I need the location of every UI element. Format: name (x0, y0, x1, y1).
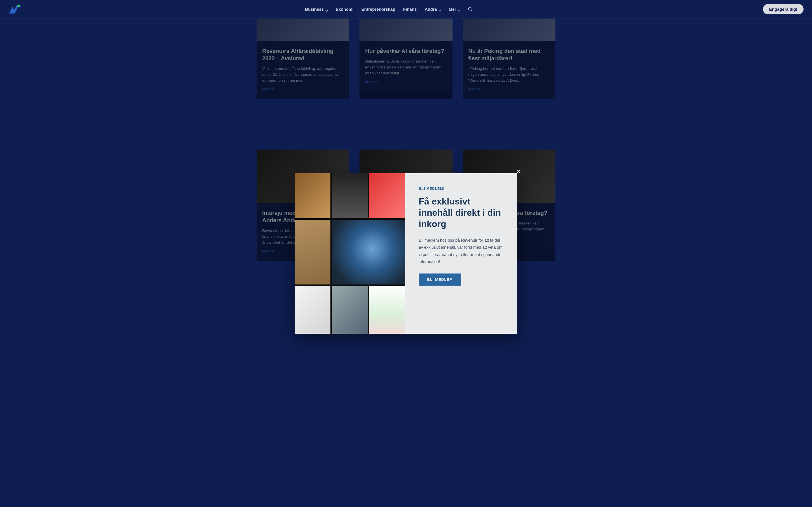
close-icon[interactable]: × (516, 168, 520, 175)
collage-tile (295, 286, 331, 334)
become-member-button[interactable]: BLI MEDLEM (419, 274, 461, 286)
modal-headline: Få exklusivt innehåll direkt i din inkor… (419, 196, 505, 230)
modal-content: BLI MEDLEM! Få exklusivt innehåll direkt… (405, 173, 517, 334)
collage-tile (332, 173, 368, 218)
collage-tile (369, 286, 405, 334)
membership-modal: × BLI MEDLEM! Få exklusivt innehåll dire… (295, 173, 517, 334)
modal-body-text: Bli medlem hos oss på Revenuir för att t… (419, 237, 505, 266)
collage-tile (369, 173, 405, 218)
modal-eyebrow: BLI MEDLEM! (419, 187, 505, 191)
collage-tile (332, 286, 368, 334)
collage-tile (332, 220, 405, 284)
modal-image-collage (295, 173, 405, 334)
collage-tile (295, 220, 331, 284)
modal-overlay: × BLI MEDLEM! Få exklusivt innehåll dire… (0, 0, 812, 507)
collage-tile (295, 173, 331, 218)
